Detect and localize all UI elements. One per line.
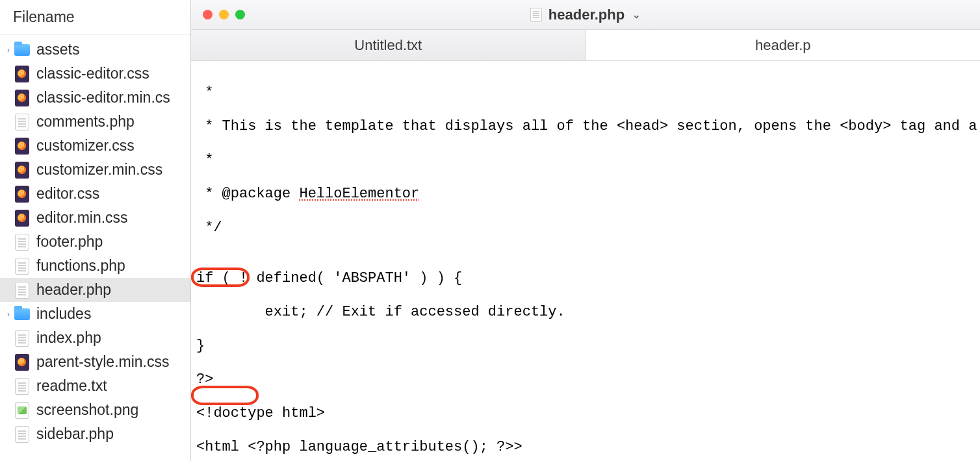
file-label: parent-style.min.css — [36, 353, 170, 371]
window-title[interactable]: header.php ⌄ — [530, 6, 641, 23]
traffic-lights — [191, 10, 245, 19]
file-row-index-php[interactable]: index.php — [0, 326, 190, 350]
disclosure-triangle-icon[interactable]: › — [4, 45, 13, 55]
file-row-comments-php[interactable]: comments.php — [0, 110, 190, 134]
text-file-icon — [14, 258, 30, 274]
css-file-icon — [14, 90, 30, 106]
minimize-icon[interactable] — [219, 10, 229, 19]
file-label: customizer.css — [36, 137, 135, 155]
file-label: editor.css — [36, 185, 99, 203]
highlight-head-close — [191, 386, 259, 405]
editor-pane: header.php ⌄ Untitled.txtheader.p * * Th… — [191, 0, 980, 461]
tab-bar: Untitled.txtheader.p — [191, 30, 980, 61]
file-row-sidebar-php[interactable]: sidebar.php — [0, 422, 190, 446]
file-row-editor-min-css[interactable]: editor.min.css — [0, 206, 190, 230]
file-row-screenshot-png[interactable]: screenshot.png — [0, 398, 190, 422]
code-line: ?> — [196, 371, 975, 388]
file-row-includes[interactable]: ›includes — [0, 302, 190, 326]
tab-label: Untitled.txt — [354, 37, 422, 54]
code-line: <html <?php language_attributes(); ?>> — [196, 439, 975, 456]
file-row-classic-editor-css[interactable]: classic-editor.css — [0, 62, 190, 86]
text-file-icon — [14, 330, 30, 346]
text-file-icon — [14, 379, 30, 394]
code-line: exit; // Exit if accessed directly. — [196, 304, 975, 321]
code-line: * This is the template that displays all… — [196, 118, 975, 135]
window-title-text: header.php — [548, 6, 625, 23]
code-editor[interactable]: * * This is the template that displays a… — [191, 61, 980, 461]
css-file-icon — [14, 66, 30, 82]
file-row-readme-txt[interactable]: readme.txt — [0, 374, 190, 398]
file-row-editor-css[interactable]: editor.css — [0, 182, 190, 206]
file-label: comments.php — [36, 113, 135, 131]
css-file-icon — [14, 138, 30, 154]
code-line: */ — [196, 219, 975, 236]
sidebar-header[interactable]: Filename — [0, 0, 190, 35]
folder-icon — [14, 42, 30, 58]
file-sidebar: Filename ›assetsclassic-editor.cssclassi… — [0, 0, 191, 461]
window-titlebar: header.php ⌄ — [191, 0, 980, 30]
file-label: includes — [36, 305, 91, 323]
file-label: header.php — [36, 281, 111, 299]
file-label: footer.php — [36, 233, 103, 251]
file-label: editor.min.css — [36, 209, 128, 227]
close-icon[interactable] — [203, 10, 213, 19]
css-file-icon — [14, 162, 30, 178]
file-row-footer-php[interactable]: footer.php — [0, 230, 190, 254]
file-list: ›assetsclassic-editor.cssclassic-editor.… — [0, 35, 190, 461]
file-row-classic-editor-min-cs[interactable]: classic-editor.min.cs — [0, 86, 190, 110]
app-root: Filename ›assetsclassic-editor.cssclassi… — [0, 0, 980, 461]
fullscreen-icon[interactable] — [235, 10, 245, 19]
file-row-customizer-css[interactable]: customizer.css — [0, 134, 190, 158]
file-label: classic-editor.css — [36, 65, 149, 82]
code-line: * — [196, 84, 975, 101]
file-label: customizer.min.css — [36, 161, 162, 179]
tab-label: header.p — [755, 37, 811, 54]
css-file-icon — [14, 210, 30, 226]
css-file-icon — [14, 355, 30, 370]
tab-untitled-txt[interactable]: Untitled.txt — [191, 30, 586, 60]
code-line: } — [196, 338, 975, 355]
chevron-down-icon[interactable]: ⌄ — [632, 9, 641, 21]
file-label: assets — [36, 41, 79, 58]
code-line: <!doctype html> — [196, 405, 975, 422]
file-label: classic-editor.min.cs — [36, 89, 170, 106]
file-label: index.php — [36, 329, 101, 347]
image-file-icon — [14, 403, 30, 418]
file-row-assets[interactable]: ›assets — [0, 38, 190, 62]
css-file-icon — [14, 186, 30, 202]
file-row-customizer-min-css[interactable]: customizer.min.css — [0, 158, 190, 182]
text-file-icon — [14, 234, 30, 250]
file-label: readme.txt — [36, 377, 107, 395]
file-row-header-php[interactable]: header.php — [0, 278, 190, 302]
text-file-icon — [14, 282, 30, 298]
document-icon — [530, 8, 542, 22]
file-row-functions-php[interactable]: functions.php — [0, 254, 190, 278]
file-label: functions.php — [36, 257, 125, 275]
file-label: sidebar.php — [36, 425, 114, 443]
file-label: screenshot.png — [36, 401, 138, 419]
code-line: * @package HelloElementor — [196, 186, 975, 203]
text-file-icon — [14, 114, 30, 130]
text-file-icon — [14, 427, 30, 442]
disclosure-triangle-icon[interactable]: › — [4, 310, 13, 319]
code-line: if ( ! defined( 'ABSPATH' ) ) { — [196, 270, 975, 287]
code-line: * — [196, 152, 975, 169]
tab-header-p[interactable]: header.p — [586, 30, 981, 60]
folder-icon — [14, 306, 30, 322]
file-row-parent-style-min-css[interactable]: parent-style.min.css — [0, 350, 190, 374]
